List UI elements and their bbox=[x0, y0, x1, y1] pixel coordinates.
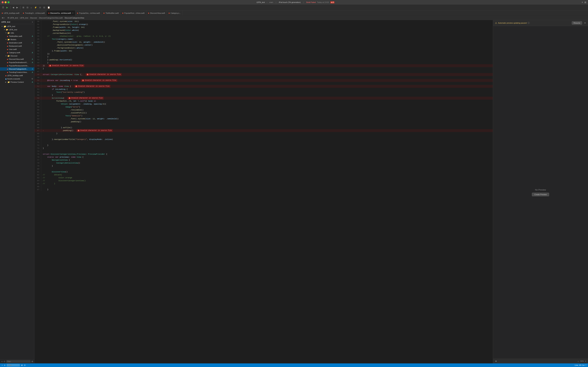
tab-categroy[interactable]: ◆ Categroy.s... bbox=[167, 10, 183, 16]
sidebar-item-restaurant[interactable]: ◆ Restaurant.swift bbox=[0, 44, 34, 48]
breadcrumb-part-1[interactable]: ⊞ bbox=[8, 17, 9, 19]
report-button[interactable]: 📋 bbox=[47, 6, 51, 9]
breadcrumb-part-discover[interactable]: Discover bbox=[30, 17, 37, 19]
layout-icon[interactable]: ⊞ bbox=[584, 1, 586, 4]
nav-back-button[interactable]: ◀ bbox=[12, 6, 15, 9]
source-control-button[interactable]: ⊟ bbox=[26, 6, 29, 9]
breadcrumb: ◀ ▶ ⊞ LBTA_test › LBTA_test › Discover ›… bbox=[0, 16, 588, 20]
sidebar-item-utils[interactable]: ▼ 📂 Utils bbox=[0, 31, 34, 34]
tab-label: TileModifier.swift bbox=[105, 12, 119, 14]
table-row: 53 if isLoading { bbox=[35, 88, 493, 91]
sidebar-item-assets[interactable]: ◼ Assets.xcassets M bbox=[0, 77, 34, 80]
sidebar-item-discovercategories[interactable]: ◆ DiscoverCategoriesVi... A bbox=[0, 67, 34, 71]
sidebar-item-lbta-test-project[interactable]: ▼ 📁 LBTA_test bbox=[0, 25, 34, 28]
file-badge: A bbox=[32, 52, 33, 54]
table-row: 79 } bbox=[35, 165, 493, 167]
table-row: 40 }.frame(width: 68) bbox=[35, 50, 493, 52]
table-row: 70 }.navigationBarTitle("Category", disp… bbox=[35, 138, 493, 141]
table-row: 85 // } bbox=[35, 182, 493, 185]
breadcrumb-part-file[interactable]: DiscoverCategoriesView.swift bbox=[39, 17, 63, 19]
chevron-down-icon[interactable]: ▾ bbox=[585, 360, 586, 362]
tab-discoverview[interactable]: ◆ DiscoverView.swift bbox=[146, 10, 167, 16]
sidebar-item-label: DiscoverView.swift bbox=[9, 58, 24, 60]
add-file-icon[interactable]: + bbox=[2, 364, 3, 366]
breadcrumb-part-symbol[interactable]: DiscoverCategoriesView bbox=[65, 17, 84, 19]
file-navigator-button[interactable]: ⊞ bbox=[22, 6, 25, 9]
nav-forward-button[interactable]: ▶ bbox=[16, 6, 19, 9]
test-button[interactable]: ⊟ bbox=[43, 6, 46, 9]
sidebar-item-lbta-testapp[interactable]: ◆ LBTA_testApp.swift bbox=[0, 74, 34, 77]
line-info: Line: 45 Col: 7 bbox=[575, 364, 586, 366]
code-editor[interactable]: 30 .font(.system(size: 20)) 31 .foregrou… bbox=[35, 20, 493, 363]
preview-zoom-controls: ⌕ 50% ▾ bbox=[578, 360, 586, 362]
tab-tilemodifier[interactable]: ◆ TileModifier.swift bbox=[102, 10, 121, 16]
table-row: 34 .cornerRadius(64) bbox=[35, 32, 493, 35]
preview-close-icon[interactable]: ✕ bbox=[584, 22, 586, 24]
info-icon[interactable]: ⓘ bbox=[528, 22, 530, 25]
table-row: 60 .resizable() bbox=[35, 108, 493, 111]
sidebar-item-destination[interactable]: ◆ Destination.swift A bbox=[0, 41, 34, 44]
table-row: 66 }.asTile() bbox=[35, 126, 493, 129]
file-badge: A bbox=[32, 68, 33, 70]
breadcrumb-nav-forward[interactable]: ▶ bbox=[4, 17, 5, 19]
sidebar-item-models[interactable]: ▼ 📂 Models bbox=[0, 38, 34, 41]
tab-populardestinations[interactable]: ◆ PopularDes...nsView.swift bbox=[75, 10, 102, 16]
swift-file-icon: ◆ bbox=[7, 42, 8, 44]
star-icon[interactable]: ★ bbox=[495, 360, 497, 362]
maximize-button[interactable] bbox=[8, 1, 9, 3]
sidebar-item-user[interactable]: ◆ User.swift bbox=[0, 48, 34, 51]
filter-settings-icon[interactable]: ⊞ bbox=[32, 360, 33, 363]
debug-start-icon[interactable]: ⊙ bbox=[24, 364, 26, 366]
sidebar-item-popularrestaurants[interactable]: ◆ PopularRestaurantsVie... bbox=[0, 64, 34, 67]
table-row: 67 - .padding()⊗Invalid character in sou… bbox=[35, 129, 493, 132]
tab-discovercategories[interactable]: ◆ DiscoverCa...esView.swift ✕ bbox=[47, 10, 76, 16]
tab-trendingcreators[interactable]: ◆ TrendingCr...rsView.swift bbox=[21, 10, 46, 16]
build-time: Today at 13:03 bbox=[317, 1, 329, 3]
close-button[interactable] bbox=[2, 1, 4, 3]
error-annotation-52: ⊗Invalid character in source file bbox=[74, 85, 110, 88]
filter-input[interactable] bbox=[6, 360, 31, 363]
table-row: 65 bbox=[35, 123, 493, 126]
breadcrumb-part-group[interactable]: LBTA_test bbox=[20, 17, 28, 19]
sidebar-item-populardestinations[interactable]: ◆ PopularDestinationsVi... A bbox=[0, 61, 34, 64]
sidebar-item-tilemodifier[interactable]: ◆ TileModifier.swift A bbox=[0, 34, 34, 38]
search-icon[interactable]: ⌕ bbox=[578, 360, 579, 362]
breakpoint-button[interactable]: ⊙ bbox=[38, 6, 42, 9]
sidebar-item-discoverview[interactable]: ◆ DiscoverView.swift A bbox=[0, 58, 34, 61]
run-button[interactable]: ▶ bbox=[6, 6, 9, 9]
breadcrumb-nav-back[interactable]: ◀ bbox=[2, 17, 3, 19]
filter-input-statusbar[interactable] bbox=[7, 364, 20, 367]
folder-icon: 📂 bbox=[8, 55, 10, 57]
tab-lbta-testapp[interactable]: ◆ LBTA_testApp.swift bbox=[0, 10, 21, 16]
breadcrumb-separator: › bbox=[29, 17, 30, 19]
tab-close-icon[interactable]: ✕ bbox=[72, 12, 73, 14]
tab-label: Categroy.s... bbox=[171, 12, 181, 14]
filter-toggle-icon[interactable]: ⊙ bbox=[4, 364, 5, 366]
sidebar-item-lbta-test-group[interactable]: ▼ 📂 LBTA_test bbox=[0, 28, 34, 31]
error-annotation-56: ⊗Invalid character in source file bbox=[68, 97, 104, 100]
sidebar-toggle-button[interactable]: ☰ bbox=[1, 6, 5, 9]
table-row: 80 bbox=[35, 167, 493, 170]
table-row: 52 var body: some View {⊗Invalid charact… bbox=[35, 85, 493, 88]
breadcrumb-part-project[interactable]: LBTA_test bbox=[10, 17, 18, 19]
create-preview-button[interactable]: Create Preview bbox=[532, 193, 549, 196]
tab-popularrestaurants[interactable]: ◆ PopularRest...sView.swift bbox=[121, 10, 146, 16]
add-file-icon[interactable]: + bbox=[1, 360, 3, 363]
sidebar-item-trendingcreators[interactable]: ◆ TrendingCreatorsView... A bbox=[0, 71, 34, 74]
sidebar-item-preview-content[interactable]: ▶ 📁 Preview Content A bbox=[0, 80, 34, 84]
table-row: 35 // .shadow(color: .gray, radius: 4, x… bbox=[35, 35, 493, 38]
filter-options-icon[interactable]: ⊞ bbox=[21, 364, 23, 366]
tab-label: DiscoverCa...esView.swift bbox=[50, 12, 71, 14]
resume-button[interactable]: Resume bbox=[572, 21, 582, 25]
search-button[interactable]: ⌕ bbox=[30, 6, 33, 9]
debug-button[interactable]: ⚡ bbox=[34, 6, 38, 9]
sidebar-item-categroy[interactable]: ◆ Categroy.swift A bbox=[0, 51, 34, 54]
minimize-button[interactable] bbox=[5, 1, 7, 3]
folder-icon: 📂 bbox=[8, 32, 10, 34]
filter-icon[interactable]: ⊙ bbox=[4, 360, 5, 363]
expand-arrow-icon: ▼ bbox=[5, 55, 7, 57]
add-tab-icon[interactable]: + bbox=[582, 1, 583, 4]
sidebar-item-discover-folder[interactable]: ▼ 📂 Discover bbox=[0, 54, 34, 58]
sidebar-menu-icon[interactable]: ≡ bbox=[32, 21, 33, 23]
table-row: 83 // Color.orange bbox=[35, 176, 493, 179]
